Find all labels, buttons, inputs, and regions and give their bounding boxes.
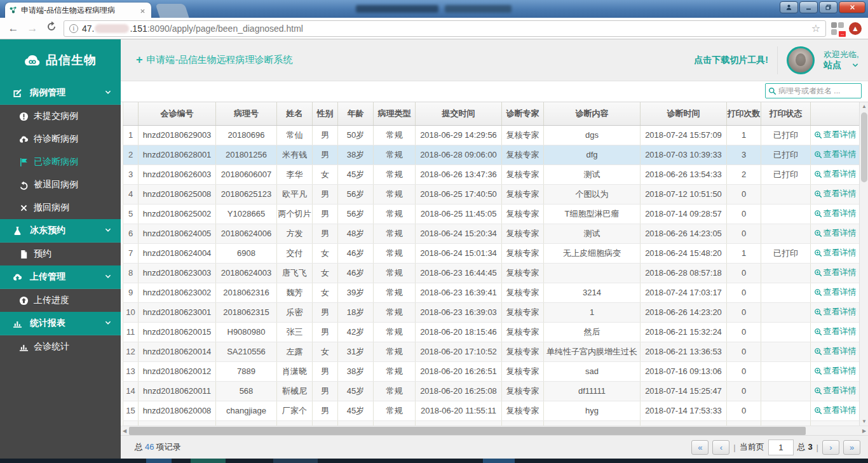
view-detail-link[interactable]: 查看详情 [814,267,857,278]
column-header[interactable] [811,102,860,125]
view-detail-link[interactable]: 查看详情 [814,227,857,239]
zoom-in-icon [814,347,822,356]
sidebar-item[interactable]: 撤回病例 [0,196,121,219]
sidebar-item[interactable]: 会诊统计 [0,335,121,358]
vertical-scrollbar[interactable]: ▲ ▼ [859,102,868,426]
new-tab-button[interactable] [155,4,189,18]
table-row[interactable]: 12hnzd20180620014SA210556左露女31岁常规2018-06… [123,342,860,361]
sidebar-item[interactable]: 待诊断病例 [0,128,121,151]
horizontal-scrollbar[interactable]: ◀ ▶ [121,426,868,435]
table-row[interactable]: 4hnzd2018062500820180625123欧平凡男56岁常规2018… [123,184,860,204]
forward-button[interactable]: → [25,22,39,35]
table-row[interactable]: 2hnzd20180628001201801256米有钱男38岁常规2018-0… [123,145,860,164]
view-detail-link[interactable]: 查看详情 [814,208,857,219]
sidebar-group-3[interactable]: 统计报表 [0,312,121,335]
row-index: 3 [123,164,139,184]
column-header[interactable]: 病理类型 [374,102,416,125]
column-header[interactable]: 诊断内容 [544,102,641,125]
extension-icon[interactable]: -- [831,22,844,35]
close-button[interactable] [839,1,865,13]
table-row[interactable]: 16常规已打印查看详情 [123,420,860,426]
sidebar-item[interactable]: 被退回病例 [0,173,121,196]
sidebar-group-1[interactable]: 冰东预约 [0,219,121,243]
maximize-button[interactable] [819,1,837,13]
avatar[interactable] [787,46,815,74]
row-index: 12 [123,342,139,361]
table-row[interactable]: 3hnzd2018062600320180606007李华女45岁常规2018-… [123,164,860,184]
sidebar-item[interactable]: 已诊断病例 [0,151,121,173]
view-detail-link[interactable]: 查看详情 [814,247,857,258]
sidebar-item[interactable]: 预约 [0,243,121,265]
back-button[interactable]: ← [6,22,20,35]
table-row[interactable]: 8hnzd2018062300320180624003唐飞飞女46岁常规2018… [123,263,860,283]
last-page-button[interactable]: » [843,440,860,455]
column-header[interactable]: 会诊编号 [139,102,216,125]
sidebar-group-0[interactable]: 病例管理 [0,81,121,105]
refresh-button[interactable] [44,22,58,35]
browser-tab[interactable]: 申请端-品信生物远程病理病 [5,3,151,18]
column-header[interactable]: 病理号 [216,102,277,125]
column-header[interactable] [123,102,139,125]
file-icon [19,250,29,259]
scroll-left-icon[interactable]: ◀ [121,426,128,436]
table-row[interactable]: 13hnzd201806200127889肖潇晓男38岁常规2018-06-20… [123,361,860,381]
vertical-scroll-thumb[interactable] [861,112,867,182]
prev-page-button[interactable]: ‹ [712,440,729,455]
view-detail-link[interactable]: 查看详情 [814,286,857,298]
page-number-input[interactable] [768,440,794,455]
search-box[interactable] [765,83,862,98]
user-menu[interactable]: 欢迎光临, 站点 [824,50,859,71]
view-detail-link[interactable]: 查看详情 [814,168,857,180]
minimize-button[interactable] [799,1,818,13]
table-row[interactable]: 1hnzd2018062900320180696常仙男50岁常规2018-06-… [123,125,860,145]
sidebar-item[interactable]: 上传进度 [0,289,121,312]
view-detail-link[interactable]: 查看详情 [814,129,857,140]
table-row[interactable]: 5hnzd20180625002Y1028665两个切片男56岁常规2018-0… [123,204,860,224]
view-detail-link[interactable]: 查看详情 [814,188,857,199]
column-header[interactable]: 诊断时间 [641,102,727,125]
page-info-icon[interactable]: i [69,24,78,33]
zoom-in-icon [814,210,822,218]
titlebar-redacted-text [356,5,438,13]
column-header[interactable]: 提交时间 [416,102,502,125]
address-bar[interactable]: i 47..151:8090/apply/page/been_diagnosed… [64,20,826,37]
column-header[interactable]: 年龄 [338,102,374,125]
download-slice-tool-link[interactable]: 点击下载切片工具! [694,55,768,66]
table-row[interactable]: 11hnzd20180620015H9080980张三男42岁常规2018-06… [123,322,860,342]
table-row[interactable]: 14hnzd20180620011568靳械尼男45岁常规2018-06-20 … [123,381,860,401]
view-detail-link[interactable]: 查看详情 [814,346,857,357]
profile-button[interactable] [780,1,798,13]
column-header[interactable]: 性别 [313,102,338,125]
scroll-up-icon[interactable]: ▲ [860,102,868,111]
column-header[interactable]: 姓名 [277,102,313,125]
scroll-down-icon[interactable]: ▼ [860,417,868,426]
plus-icon: + [136,53,143,67]
column-header[interactable]: 打印次数 [727,102,761,125]
site-favicon-icon [9,6,18,15]
search-input[interactable] [778,86,858,95]
scroll-right-icon[interactable]: ▶ [860,426,868,436]
view-detail-link[interactable]: 查看详情 [814,405,857,416]
next-page-button[interactable]: › [822,440,839,455]
view-detail-link[interactable]: 查看详情 [814,365,857,377]
sidebar-group-2[interactable]: 上传管理 [0,265,121,289]
table-row[interactable]: 9hnzd201806230022018062316魏芳女39岁常规2018-0… [123,283,860,302]
table-row[interactable]: 15hnzd20180620008changjiage厂家个男45岁常规2018… [123,401,860,420]
table-body: 1hnzd2018062900320180696常仙男50岁常规2018-06-… [123,125,860,426]
table-row[interactable]: 6hnzd2018062400520180624006方发男48岁常规2018-… [123,224,860,243]
horizontal-scroll-thumb[interactable] [129,427,806,435]
table-row[interactable]: 7hnzd201806240046908交付女46岁常规2018-06-24 1… [123,243,860,263]
first-page-button[interactable]: « [691,440,709,455]
row-index: 15 [123,401,139,420]
sidebar-item[interactable]: 未提交病例 [0,105,121,128]
adblock-icon[interactable]: ▲ [849,22,862,35]
view-detail-link[interactable]: 查看详情 [814,149,857,160]
bookmark-star-icon[interactable]: ☆ [811,22,820,34]
column-header[interactable]: 诊断专家 [502,102,544,125]
column-header[interactable]: 打印状态 [761,102,811,125]
tab-close-icon[interactable] [140,6,147,14]
view-detail-link[interactable]: 查看详情 [814,385,857,396]
table-row[interactable]: 10hnzd201806230012018062315乐密男18岁常规2018-… [123,302,860,322]
view-detail-link[interactable]: 查看详情 [814,306,857,318]
view-detail-link[interactable]: 查看详情 [814,326,857,337]
